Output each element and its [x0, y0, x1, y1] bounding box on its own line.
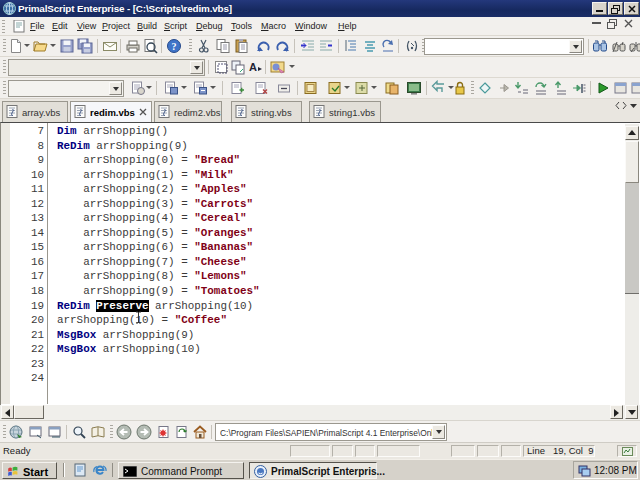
svg-text:?: ? [172, 41, 177, 52]
svg-text:A: A [249, 61, 257, 73]
